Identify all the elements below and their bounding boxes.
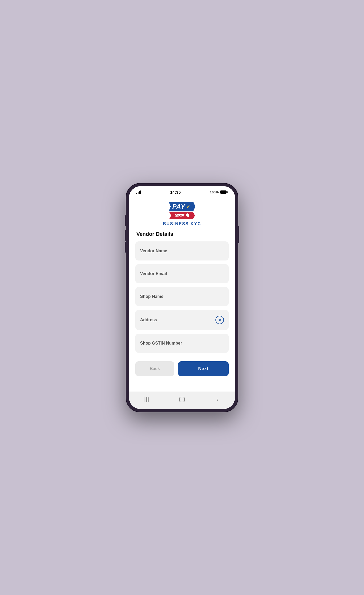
battery-area: 100% bbox=[210, 190, 228, 194]
shop-name-placeholder: Shop Name bbox=[140, 294, 163, 299]
signal-bar-3 bbox=[139, 191, 140, 194]
nav-back-icon[interactable]: ‹ bbox=[213, 395, 222, 404]
location-dot bbox=[219, 319, 221, 321]
nav-home-square bbox=[179, 397, 185, 402]
nav-chevron: ‹ bbox=[216, 396, 218, 402]
nav-line-3 bbox=[148, 397, 149, 402]
vendor-email-field[interactable]: Vendor Email bbox=[135, 264, 229, 283]
vendor-name-placeholder: Vendor Name bbox=[140, 249, 167, 253]
location-icon[interactable] bbox=[215, 316, 224, 324]
next-button[interactable]: Next bbox=[178, 361, 229, 376]
signal-bar-2 bbox=[138, 192, 138, 194]
signal-bar-4 bbox=[140, 190, 141, 194]
phone-frame: 14:35 100% PAY ✓ आराम से BUSI bbox=[126, 184, 238, 412]
screen-content: PAY ✓ आराम से BUSINESS KYC Vendor Detail… bbox=[129, 197, 235, 392]
status-bar: 14:35 100% bbox=[129, 186, 235, 197]
status-time: 14:35 bbox=[170, 190, 181, 194]
logo-container: PAY ✓ आराम से BUSINESS KYC bbox=[163, 202, 201, 226]
logo-hindi: आराम से bbox=[169, 212, 195, 219]
vendor-name-field[interactable]: Vendor Name bbox=[135, 241, 229, 260]
logo-pay: PAY ✓ bbox=[169, 202, 196, 211]
phone-screen: 14:35 100% PAY ✓ आराम से BUSI bbox=[129, 186, 235, 409]
logo-kyc-label: BUSINESS KYC bbox=[163, 222, 201, 226]
logo-pay-text: PAY bbox=[172, 203, 185, 210]
nav-bar: ‹ bbox=[129, 392, 235, 409]
form-container: Vendor Name Vendor Email Shop Name Addre… bbox=[135, 241, 229, 376]
signal-bar-1 bbox=[136, 193, 137, 194]
signal-bars bbox=[136, 190, 141, 194]
gstin-placeholder: Shop GSTIN Number bbox=[140, 341, 182, 346]
battery-icon bbox=[220, 190, 228, 194]
nav-recent-icon[interactable] bbox=[142, 395, 151, 404]
gstin-field[interactable]: Shop GSTIN Number bbox=[135, 334, 229, 353]
logo-checkmark: ✓ bbox=[186, 204, 190, 210]
back-button[interactable]: Back bbox=[135, 361, 174, 376]
address-placeholder: Address bbox=[140, 318, 157, 322]
section-title: Vendor Details bbox=[136, 231, 173, 237]
address-field[interactable]: Address bbox=[135, 310, 229, 330]
vendor-email-placeholder: Vendor Email bbox=[140, 271, 167, 276]
buttons-row: Back Next bbox=[135, 361, 229, 376]
nav-line-1 bbox=[145, 397, 145, 402]
nav-line-2 bbox=[146, 397, 147, 402]
signal-area bbox=[136, 190, 141, 194]
battery-percent: 100% bbox=[210, 190, 219, 194]
shop-name-field[interactable]: Shop Name bbox=[135, 287, 229, 306]
nav-home-icon[interactable] bbox=[177, 395, 187, 404]
